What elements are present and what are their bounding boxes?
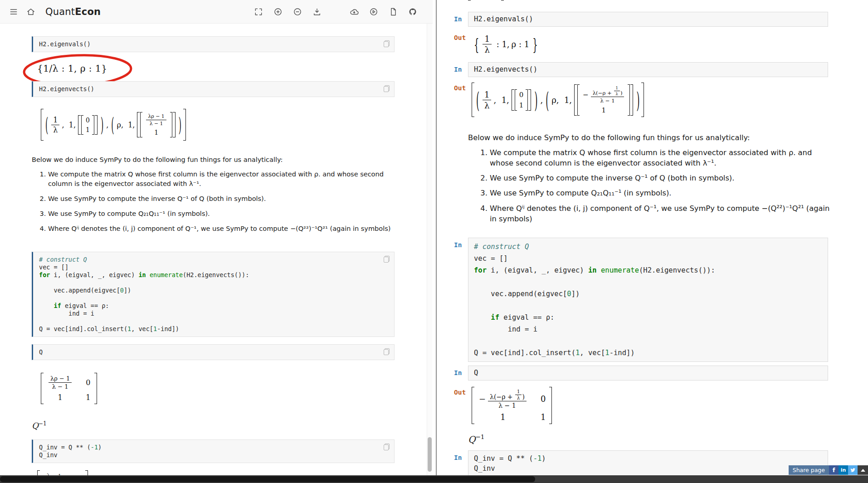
left-vertical-scrollbar[interactable]	[427, 24, 432, 475]
tok: , vec[	[131, 325, 153, 332]
frac-num: λρ − 1	[49, 375, 72, 383]
linkedin-share-icon[interactable]: in	[839, 465, 848, 475]
tok: (H2.eigenvects()):	[183, 271, 249, 278]
intro-paragraph: Below we do induce SymPy to do the follo…	[32, 156, 395, 163]
zoom-in-circle-icon[interactable]	[273, 7, 283, 16]
code-line: Q_inv = Q ** (-1)	[39, 444, 379, 451]
tok: )	[98, 444, 102, 451]
run-notebook-icon[interactable]	[369, 7, 378, 16]
entry: 0	[86, 378, 90, 387]
nb-row-eigenvals-out: Out { 1λ : 1, ρ : 1 }	[437, 30, 868, 58]
entry: 1	[500, 412, 505, 422]
math-text: , 1,	[61, 121, 77, 129]
out-prompt: Out	[454, 385, 468, 396]
tok: Q_inv	[39, 451, 58, 459]
lecture-content: H2.eigenvals() {1/λ : 1, ρ : 1} H2.eigen…	[0, 24, 433, 475]
tok	[597, 266, 601, 274]
tok: eigval == ρ:	[499, 313, 554, 322]
copy-icon[interactable]	[384, 40, 390, 47]
math-text: ρ, 1,	[551, 95, 573, 105]
tok	[146, 271, 150, 278]
tok: ])	[124, 287, 131, 294]
code-line: Q_inv	[39, 451, 379, 459]
eigenvals-output: {1/λ : 1, ρ : 1}	[37, 63, 107, 74]
menu-icon[interactable]	[9, 7, 18, 16]
nb-row-eigenvects: In H2.eigenvects()	[437, 62, 868, 77]
input-cell-eigenvals[interactable]: H2.eigenvals()	[468, 12, 828, 27]
frac-num: λ(−ρ +	[593, 90, 614, 96]
math-text: ρ, 1,	[116, 121, 136, 129]
tok: in	[588, 266, 597, 274]
zoom-out-circle-icon[interactable]	[293, 7, 302, 16]
bracket	[501, 0, 504, 0]
brand-logo[interactable]: QuantEcon	[45, 6, 101, 17]
frac-den: λ − 1	[600, 97, 615, 104]
download-icon[interactable]	[312, 7, 322, 16]
share-page-button[interactable]: Share page	[789, 465, 829, 475]
eigen-tuple-2: ( ρ, 1, λρ − 1λ − 11 )	[109, 112, 183, 137]
copy-icon[interactable]	[384, 85, 390, 92]
paren: )	[179, 113, 181, 136]
tok: 0	[567, 290, 571, 298]
code-text: H2.eigenvects()	[39, 85, 94, 93]
twitter-share-icon[interactable]	[848, 465, 858, 475]
vector: 01	[512, 89, 532, 111]
code-line: Q_inv	[474, 463, 822, 473]
left-vertical-scrollbar-thumb[interactable]	[428, 437, 432, 472]
eigenvals-output-text: {1/λ : 1, ρ : 1}	[37, 63, 107, 74]
frac-den: λ	[517, 395, 520, 400]
frac-num: 1	[614, 86, 620, 91]
file-icon[interactable]	[389, 7, 398, 16]
entry: 1	[541, 412, 546, 422]
copy-icon[interactable]	[384, 348, 390, 355]
entry: 1	[58, 393, 63, 402]
github-icon[interactable]	[408, 7, 417, 16]
share-bar: Share page f in	[789, 465, 868, 475]
nb-row-q-out: Out −λ(−ρ + 1λ)λ − 1 0 1 1	[437, 385, 868, 426]
frac-den: λ	[484, 44, 489, 54]
frac-den: λ − 1	[498, 401, 516, 409]
fullscreen-icon[interactable]	[254, 7, 263, 16]
frac-den: λ − 1	[52, 383, 68, 390]
copy-icon[interactable]	[384, 256, 390, 263]
paren: (	[546, 87, 549, 113]
eigen-tuple-1: ( 1λ , 1, 01 )	[474, 89, 539, 111]
entry: 1	[86, 126, 90, 133]
nb-row-q: In Q	[437, 366, 868, 381]
input-cell-construct-q[interactable]: # construct Q vec = [] for i, (eigval, _…	[468, 238, 828, 362]
in-prompt: In	[454, 12, 468, 23]
code-cell-eigenvects: H2.eigenvects()	[32, 81, 395, 97]
brace: {	[474, 34, 479, 54]
entry: 1	[86, 393, 90, 402]
scroll-to-top-icon[interactable]	[858, 465, 868, 475]
tok: eigval == ρ:	[61, 302, 109, 309]
tok: for	[474, 266, 487, 274]
vector: 01	[78, 115, 98, 135]
facebook-share-icon[interactable]: f	[829, 465, 839, 475]
frac-num: λ(−ρ +	[490, 393, 515, 400]
brand-econ: Econ	[75, 6, 101, 17]
clipped-output-bottom: λ − 1λρ − 1 0	[37, 470, 395, 475]
input-cell-q[interactable]: Q	[468, 366, 828, 381]
clipped-output-top: λ λ	[468, 0, 868, 6]
tok: Q_inv = Q ** (	[39, 444, 91, 451]
tok: 1	[575, 349, 580, 357]
cloud-download-icon[interactable]	[350, 7, 359, 16]
entry: 0	[86, 117, 90, 124]
input-cell-eigenvects[interactable]: H2.eigenvects()	[468, 62, 828, 77]
tok: ind = i	[39, 310, 94, 317]
copy-icon[interactable]	[384, 444, 390, 450]
frac-den: λ − 1	[150, 120, 163, 127]
home-icon[interactable]	[26, 7, 35, 16]
entry: 1	[154, 129, 158, 136]
code-line-blank	[39, 279, 379, 287]
horizontal-scrollbar-thumb[interactable]	[0, 476, 535, 482]
horizontal-scrollbar[interactable]	[0, 475, 868, 483]
frac-den: λ	[53, 125, 58, 134]
input-cell-qinv[interactable]: Q_inv = Q ** (-1) Q_inv	[468, 450, 828, 476]
tok: for	[39, 271, 50, 278]
bracket	[641, 83, 644, 117]
in-prompt: In	[454, 450, 468, 461]
entry: 1	[602, 106, 606, 114]
tok: if	[54, 302, 61, 309]
